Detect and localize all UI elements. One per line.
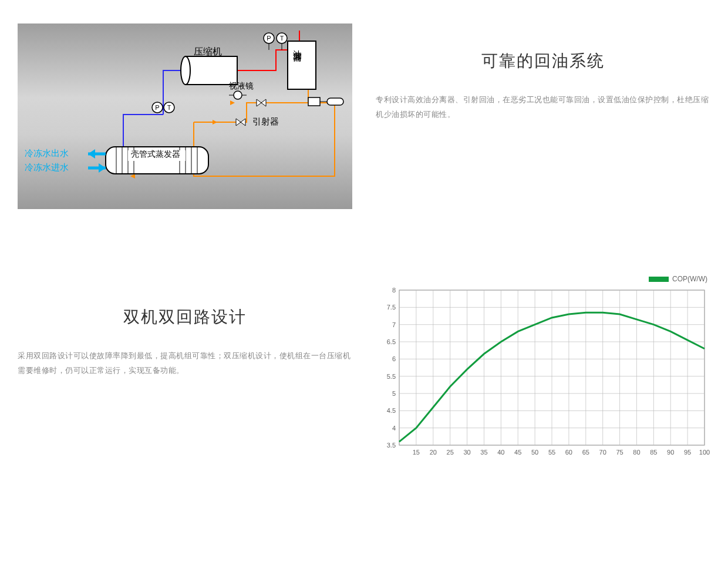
diagram-column: P T P T <box>18 23 352 209</box>
svg-rect-28 <box>327 98 343 105</box>
label-evaporator: 壳管式蒸发器 <box>131 149 180 160</box>
svg-text:T: T <box>167 104 171 111</box>
svg-rect-7 <box>186 56 237 85</box>
svg-marker-23 <box>257 99 261 106</box>
label-oil-separator: 油分离器 <box>292 43 303 48</box>
svg-text:80: 80 <box>633 449 640 456</box>
svg-text:P: P <box>155 104 159 111</box>
svg-text:70: 70 <box>599 449 606 456</box>
svg-text:20: 20 <box>430 449 437 456</box>
svg-text:55: 55 <box>548 449 555 456</box>
svg-text:4: 4 <box>392 425 396 432</box>
svg-text:65: 65 <box>582 449 589 456</box>
svg-text:7: 7 <box>392 321 396 328</box>
svg-text:5.5: 5.5 <box>387 373 396 380</box>
svg-point-8 <box>181 56 190 85</box>
oil-return-diagram: P T P T <box>18 23 352 209</box>
label-water-out: 冷冻水出水 <box>25 148 69 159</box>
svg-text:T: T <box>280 35 284 42</box>
svg-text:7.5: 7.5 <box>387 304 396 311</box>
svg-marker-26 <box>241 119 245 126</box>
legend-swatch <box>649 277 669 282</box>
svg-marker-41 <box>88 149 95 159</box>
svg-text:5: 5 <box>392 390 396 397</box>
svg-text:60: 60 <box>565 449 572 456</box>
svg-text:40: 40 <box>497 449 504 456</box>
svg-text:100: 100 <box>699 449 710 456</box>
svg-rect-27 <box>308 97 320 106</box>
svg-text:25: 25 <box>447 449 454 456</box>
section-dual-circuit: 双机双回路设计 采用双回路设计可以使故障率降到最低，提高机组可靠性；双压缩机设计… <box>18 280 710 462</box>
svg-marker-1 <box>213 120 217 125</box>
chart-column: COP(W/W) 1520253035404550556065707580859… <box>376 280 710 462</box>
svg-text:90: 90 <box>667 449 674 456</box>
section2-desc: 采用双回路设计可以使故障率降到最低，提高机组可靠性；双压缩机设计，使机组在一台压… <box>18 349 352 378</box>
svg-marker-24 <box>261 99 266 106</box>
svg-text:6.5: 6.5 <box>387 338 396 345</box>
svg-text:8: 8 <box>392 287 396 294</box>
svg-text:P: P <box>267 35 271 42</box>
svg-text:30: 30 <box>463 449 470 456</box>
svg-marker-3 <box>130 174 135 179</box>
section-oil-return: P T P T <box>18 23 710 209</box>
chart-svg: 15202530354045505560657075808590951003.5… <box>376 280 710 462</box>
legend-label: COP(W/W) <box>672 275 707 283</box>
svg-marker-43 <box>99 163 106 173</box>
svg-text:50: 50 <box>531 449 538 456</box>
svg-text:15: 15 <box>413 449 420 456</box>
label-water-in: 冷冻水进水 <box>25 162 69 173</box>
label-ejector: 引射器 <box>252 116 279 127</box>
svg-text:95: 95 <box>684 449 691 456</box>
cop-chart: COP(W/W) 1520253035404550556065707580859… <box>376 280 710 462</box>
svg-text:75: 75 <box>616 449 623 456</box>
svg-marker-25 <box>236 119 241 126</box>
svg-text:85: 85 <box>650 449 657 456</box>
label-compressor: 压缩机 <box>194 46 222 58</box>
svg-marker-2 <box>230 100 235 105</box>
svg-text:3.5: 3.5 <box>387 442 396 449</box>
svg-text:35: 35 <box>480 449 487 456</box>
label-sight-glass: 视液镜 <box>229 81 254 92</box>
svg-point-20 <box>234 91 242 99</box>
text-column-1: 可靠的回油系统 专利设计高效油分离器、引射回油，在恶劣工况也能可靠回油，设置低油… <box>376 23 710 209</box>
svg-text:45: 45 <box>514 449 521 456</box>
section2-title: 双机双回路设计 <box>18 306 352 328</box>
section1-desc: 专利设计高效油分离器、引射回油，在恶劣工况也能可靠回油，设置低油位保护控制，杜绝… <box>376 93 710 122</box>
section1-title: 可靠的回油系统 <box>376 50 710 72</box>
svg-text:6: 6 <box>392 355 396 362</box>
chart-legend: COP(W/W) <box>649 275 707 283</box>
svg-text:4.5: 4.5 <box>387 407 396 414</box>
svg-rect-19 <box>288 41 316 89</box>
text-column-2: 双机双回路设计 采用双回路设计可以使故障率降到最低，提高机组可靠性；双压缩机设计… <box>18 280 352 462</box>
